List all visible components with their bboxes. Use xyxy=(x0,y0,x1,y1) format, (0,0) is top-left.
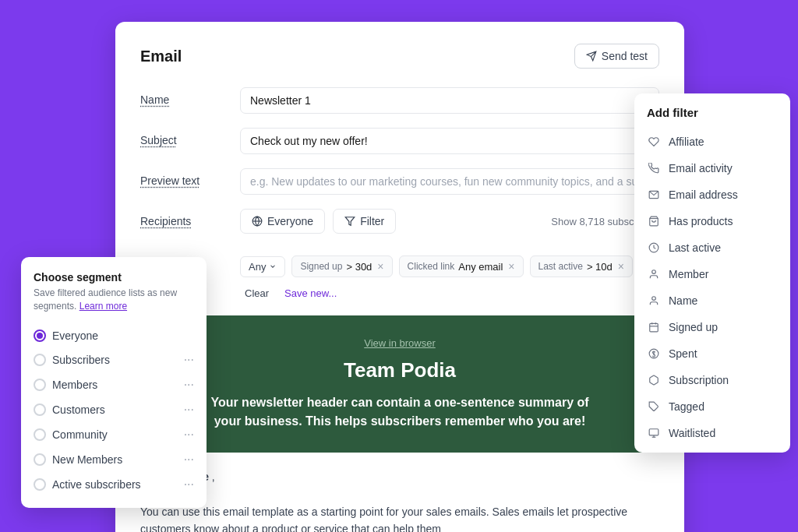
preview-text-input[interactable] xyxy=(240,168,659,195)
filter-item-last-active[interactable]: Last active xyxy=(634,234,790,261)
segment-dots-customers[interactable]: ··· xyxy=(184,403,194,417)
filter-item-tagged[interactable]: Tagged xyxy=(634,393,790,420)
filter-label-affiliate: Affiliate xyxy=(669,136,704,148)
filter-item-email-activity[interactable]: Email activity xyxy=(634,155,790,181)
waitlist-icon xyxy=(647,426,661,440)
radio-active-subscribers xyxy=(34,478,46,491)
send-test-label: Send test xyxy=(602,50,648,62)
segment-panel-desc: Save filtered audience lists as new segm… xyxy=(34,287,194,313)
segment-label-community: Community xyxy=(52,428,108,441)
subject-input[interactable] xyxy=(240,128,659,154)
name-label: Name xyxy=(140,87,226,106)
preview-text-label: Preview text xyxy=(140,168,226,187)
preview-tagline: Your newsletter header can contain a one… xyxy=(197,393,602,431)
chip-last-active-close[interactable]: × xyxy=(618,260,624,273)
filter-item-has-products[interactable]: Has products xyxy=(634,208,790,234)
segment-item-new-members[interactable]: New Members ··· xyxy=(34,447,194,472)
subject-label: Subject xyxy=(140,128,226,146)
filter-label-last-active: Last active xyxy=(669,241,721,254)
segment-item-members[interactable]: Members ··· xyxy=(34,372,194,397)
chip-clicked-link-label: Clicked link xyxy=(408,261,455,272)
segment-item-active-subscribers[interactable]: Active subscribers ··· xyxy=(34,472,194,497)
segment-label-members: Members xyxy=(52,379,97,391)
svg-point-6 xyxy=(652,270,656,274)
filter-label-signed-up: Signed up xyxy=(669,321,718,333)
add-filter-panel: Add filter Affiliate Email activity Emai… xyxy=(634,93,790,453)
filter-item-name[interactable]: Name xyxy=(634,287,790,314)
segment-item-left-members: Members xyxy=(34,379,97,391)
radio-community xyxy=(34,428,46,441)
name-row: Name xyxy=(140,87,659,114)
any-dropdown[interactable]: Any xyxy=(240,256,285,277)
recipients-label: Recipients xyxy=(140,209,226,227)
radio-everyone-selected xyxy=(34,329,46,342)
filter-item-email-address[interactable]: Email address xyxy=(634,181,790,208)
filters-row: Any Signed up > 30d × Clicked link Any e… xyxy=(140,248,659,315)
segment-item-subscribers[interactable]: Subscribers ··· xyxy=(34,347,194,372)
everyone-button[interactable]: Everyone xyxy=(240,209,325,234)
any-label: Any xyxy=(249,261,266,273)
globe-icon xyxy=(252,216,263,227)
chip-clicked-link-value: Any email xyxy=(458,261,503,273)
card-header: Email Send test xyxy=(140,44,659,69)
segment-learn-more-link[interactable]: Learn more xyxy=(79,301,127,312)
svg-rect-8 xyxy=(650,323,659,332)
view-in-browser-link[interactable]: View in browser xyxy=(140,337,659,349)
filter-button[interactable]: Filter xyxy=(333,209,396,234)
filter-label-has-products: Has products xyxy=(669,215,733,227)
radio-new-members xyxy=(34,453,46,466)
send-test-button[interactable]: Send test xyxy=(574,44,659,69)
filter-item-subscription[interactable]: Subscription xyxy=(634,367,790,393)
segment-dots-active-subscribers[interactable]: ··· xyxy=(184,477,194,491)
filter-item-affiliate[interactable]: Affiliate xyxy=(634,129,790,155)
filter-chip-clicked-link: Clicked link Any email × xyxy=(399,255,524,277)
segment-item-left-active-subscribers: Active subscribers xyxy=(34,478,141,491)
tag-icon xyxy=(647,400,661,414)
chip-signed-up-close[interactable]: × xyxy=(377,260,383,273)
chevron-down-icon xyxy=(269,262,277,270)
clear-button[interactable]: Clear xyxy=(240,284,274,303)
segment-dots-subscribers[interactable]: ··· xyxy=(184,353,194,367)
card-title: Email xyxy=(140,48,182,65)
svg-marker-2 xyxy=(345,217,355,226)
filter-label-tagged: Tagged xyxy=(669,400,704,413)
segment-item-left-customers: Customers xyxy=(34,403,105,416)
segment-item-everyone[interactable]: Everyone xyxy=(34,324,194,347)
subject-row: Subject xyxy=(140,128,659,154)
filter-item-spent[interactable]: Spent xyxy=(634,340,790,367)
segment-label-new-members: New Members xyxy=(52,453,122,466)
segment-dots-members[interactable]: ··· xyxy=(184,378,194,392)
preview-text-row: Preview text xyxy=(140,168,659,195)
segment-panel-title: Choose segment xyxy=(34,271,194,284)
filter-label-spent: Spent xyxy=(669,347,697,360)
filter-item-waitlisted[interactable]: Waitlisted xyxy=(634,420,790,446)
filter-label-email-address: Email address xyxy=(669,188,738,201)
paper-plane-icon xyxy=(586,51,597,62)
filter-label-waitlisted: Waitlisted xyxy=(669,427,715,439)
segment-label-active-subscribers: Active subscribers xyxy=(52,478,141,491)
filter-label-member: Member xyxy=(669,268,708,280)
save-new-button[interactable]: Save new... xyxy=(280,284,341,303)
chip-signed-up-value: > 30d xyxy=(346,261,372,273)
filter-label-email-activity: Email activity xyxy=(669,162,733,174)
chip-last-active-value: > 10d xyxy=(587,261,613,273)
heart-icon xyxy=(647,135,661,149)
name-input[interactable] xyxy=(240,87,659,114)
email-greeting: Hi First name , xyxy=(140,468,659,485)
svg-rect-15 xyxy=(649,429,659,435)
segment-item-left-new-members: New Members xyxy=(34,453,122,466)
segment-item-customers[interactable]: Customers ··· xyxy=(34,397,194,422)
filter-chip-signed-up: Signed up > 30d × xyxy=(291,255,392,277)
radio-customers xyxy=(34,403,46,416)
segment-label-subscribers: Subscribers xyxy=(52,354,110,366)
segment-item-community[interactable]: Community ··· xyxy=(34,422,194,447)
filter-icon xyxy=(344,216,355,227)
segment-dots-community[interactable]: ··· xyxy=(184,428,194,442)
filter-item-signed-up[interactable]: Signed up xyxy=(634,314,790,340)
segment-label-customers: Customers xyxy=(52,403,105,416)
add-filter-title: Add filter xyxy=(634,106,790,129)
segment-dots-new-members[interactable]: ··· xyxy=(184,453,194,467)
chip-clicked-link-close[interactable]: × xyxy=(508,260,514,273)
segment-label-everyone: Everyone xyxy=(52,329,98,342)
filter-item-member[interactable]: Member xyxy=(634,261,790,287)
